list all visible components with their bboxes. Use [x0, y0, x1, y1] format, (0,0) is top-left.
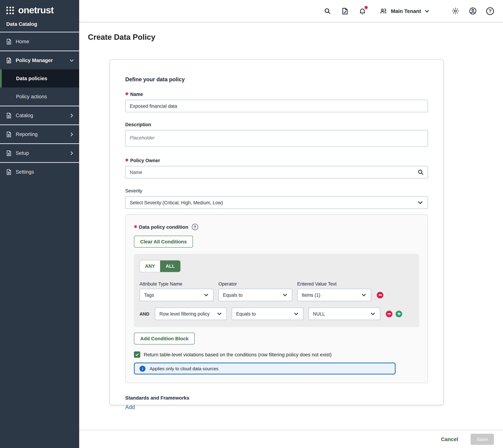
document-check-icon[interactable] — [340, 6, 349, 16]
sidebar-divider — [0, 50, 79, 51]
sidebar-item-data-policies[interactable]: Data policies — [0, 69, 79, 88]
conjunction-label: AND — [139, 311, 150, 316]
add-standards-link[interactable]: Add — [125, 404, 135, 410]
sidebar-divider — [0, 162, 79, 163]
document-icon — [6, 57, 12, 64]
value-select[interactable]: Items (1) — [297, 289, 371, 301]
footer-bar: Cancel Save — [79, 430, 503, 448]
grid-logo-icon — [6, 6, 14, 14]
column-operator: Operator — [218, 281, 292, 287]
chevron-right-icon — [69, 150, 74, 156]
page-title: Create Data Policy — [88, 33, 155, 42]
severity-select[interactable]: Select Severity (Critical, High, Medium,… — [125, 196, 428, 209]
attribute-select[interactable]: Tags — [139, 289, 214, 301]
chevron-down-icon — [69, 58, 74, 63]
value-select[interactable]: NULL — [308, 307, 380, 320]
column-entered-value-text: Entered Value Text — [297, 281, 371, 287]
sidebar-item-label: Data policies — [16, 76, 47, 81]
condition-column-headers: Attribute Type Name Operator Entered Val… — [139, 281, 414, 287]
account-icon[interactable] — [468, 6, 477, 16]
attribute-select[interactable]: Row level filtering policy — [155, 307, 227, 320]
add-condition-icon[interactable] — [396, 310, 402, 317]
severity-label: Severity — [125, 188, 428, 193]
required-asterisk: ✱ — [134, 224, 137, 229]
top-header: Main Tenant ? — [79, 0, 503, 22]
sidebar-item-policy-manager[interactable]: Policy Manager — [0, 51, 79, 69]
add-condition-block-button[interactable]: Add Condition Block — [134, 333, 195, 344]
policy-owner-input[interactable] — [125, 166, 428, 178]
severity-value: Select Severity (Critical, High, Medium,… — [130, 200, 223, 205]
sidebar-divider — [0, 32, 79, 32]
checkbox-label: Return table-level violations based on t… — [144, 352, 332, 357]
sidebar-item-policy-actions[interactable]: Policy actions — [0, 88, 79, 106]
logo-wordmark: onetrust — [18, 6, 53, 15]
create-policy-card: Define your data policy ✱Name Descriptio… — [110, 59, 444, 405]
standards-frameworks-label: Standards and Frameworks — [125, 395, 428, 400]
search-icon[interactable] — [323, 6, 332, 16]
chevron-down-icon — [217, 311, 222, 317]
tenant-switcher[interactable]: Main Tenant — [379, 6, 430, 16]
sidebar-item-setup[interactable]: Setup — [0, 144, 79, 162]
document-icon — [6, 169, 12, 175]
toggle-all[interactable]: ALL — [160, 260, 180, 272]
info-banner: i Applies only to cloud data sources — [134, 363, 396, 374]
name-label: ✱Name — [125, 92, 428, 97]
chevron-down-icon — [203, 292, 209, 298]
chevron-down-icon — [361, 292, 367, 298]
tenant-name: Main Tenant — [391, 8, 421, 14]
name-input[interactable] — [125, 100, 428, 112]
toggle-any[interactable]: ANY — [140, 260, 160, 272]
remove-condition-icon[interactable] — [386, 310, 392, 317]
required-asterisk: ✱ — [125, 92, 128, 96]
required-asterisk: ✱ — [125, 158, 128, 162]
sidebar-divider — [0, 125, 79, 125]
chevron-down-icon — [424, 8, 430, 14]
checkbox-checked[interactable] — [134, 352, 140, 358]
column-attribute-type-name: Attribute Type Name — [139, 281, 214, 287]
operator-select[interactable]: Equals to — [218, 289, 292, 301]
chevron-right-icon — [69, 113, 74, 118]
condition-block: ANY ALL Attribute Type Name Operator Ent… — [134, 254, 419, 327]
chevron-down-icon — [282, 292, 288, 298]
sidebar-item-settings[interactable]: Settings — [0, 163, 79, 181]
document-icon — [6, 131, 12, 138]
question-circle-icon[interactable]: ? — [192, 224, 198, 230]
sidebar-item-reporting[interactable]: Reporting — [0, 125, 79, 143]
save-button[interactable]: Save — [471, 433, 494, 445]
onetrust-logo: onetrust — [0, 0, 79, 18]
condition-row: Tags Equals to Items (1) — [139, 289, 414, 301]
operator-select[interactable]: Equals to — [232, 307, 303, 320]
sidebar-divider — [0, 143, 79, 144]
document-icon — [6, 112, 12, 119]
any-all-toggle: ANY ALL — [139, 260, 181, 272]
sidebar-item-catalog[interactable]: Catalog — [0, 106, 79, 125]
search-icon[interactable] — [417, 169, 424, 177]
main-content: Create Data Policy Define your data poli… — [79, 22, 503, 430]
condition-section: ✱Data policy condition ? Clear All Condi… — [125, 214, 428, 383]
policy-owner-label: ✱Policy Owner — [125, 158, 428, 163]
condition-row: AND Row level filtering policy Equals to… — [139, 307, 414, 320]
app-window: onetrust Data Catalog Home Policy Manage… — [0, 0, 503, 448]
clear-all-conditions-button[interactable]: Clear All Conditions — [134, 236, 193, 248]
cancel-button[interactable]: Cancel — [441, 436, 458, 442]
gear-icon[interactable] — [451, 6, 460, 16]
description-input[interactable] — [125, 130, 428, 147]
sidebar-item-label: Settings — [16, 169, 74, 175]
chevron-down-icon — [370, 311, 376, 317]
product-name: Data Catalog — [0, 18, 79, 32]
card-heading: Define your data policy — [125, 76, 428, 83]
description-label: Description — [125, 122, 428, 127]
sidebar-item-label: Home — [16, 39, 74, 44]
sidebar-item-label: Reporting — [16, 131, 66, 137]
chevron-down-icon — [293, 311, 299, 317]
info-icon: i — [139, 366, 146, 371]
help-icon[interactable]: ? — [486, 6, 495, 16]
document-icon — [6, 150, 12, 156]
sidebar-divider — [0, 106, 79, 106]
sidebar-item-label: Catalog — [16, 112, 66, 118]
table-level-violations-row: Return table-level violations based on t… — [134, 352, 419, 358]
remove-condition-icon[interactable] — [377, 292, 383, 298]
people-icon — [379, 6, 388, 16]
sidebar-item-home[interactable]: Home — [0, 32, 79, 50]
bell-icon[interactable] — [358, 6, 367, 16]
